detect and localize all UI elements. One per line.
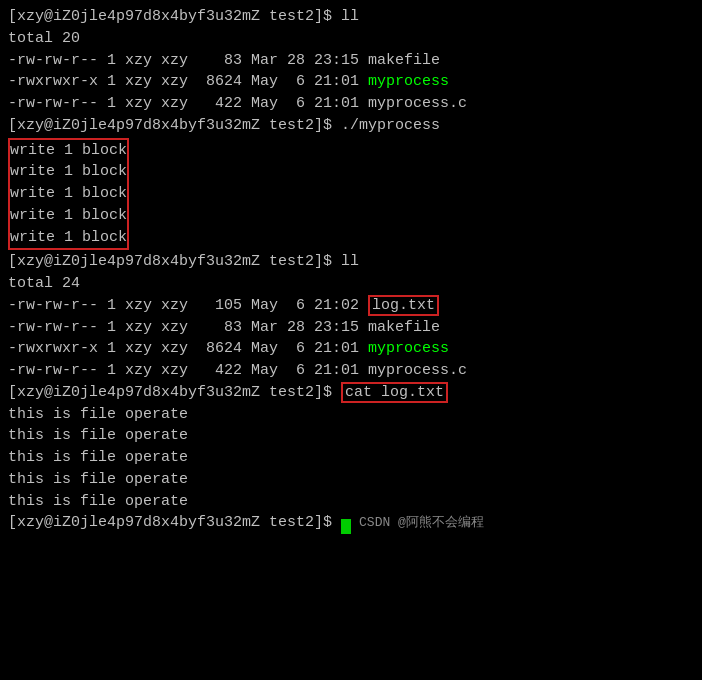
cat-line-5: this is file operate: [8, 491, 694, 513]
write-line-1: write 1 block: [10, 140, 127, 162]
line-file2: -rwxrwxr-x 1 xzy xzy 8624 May 6 21:01 my…: [8, 71, 694, 93]
cat-line-1: this is file operate: [8, 404, 694, 426]
line-cmd3: [xzy@iZ0jle4p97d8x4byf3u32mZ test2]$ ll: [8, 251, 694, 273]
cat-line-2: this is file operate: [8, 425, 694, 447]
line-file3: -rw-rw-r-- 1 xzy xzy 422 May 6 21:01 myp…: [8, 93, 694, 115]
line-file6: -rwxrwxr-x 1 xzy xzy 8624 May 6 21:01 my…: [8, 338, 694, 360]
write-line-2: write 1 block: [10, 161, 127, 183]
cat-line-4: this is file operate: [8, 469, 694, 491]
write-line-3: write 1 block: [10, 183, 127, 205]
line-cmd5: [xzy@iZ0jle4p97d8x4byf3u32mZ test2]$ CSD…: [8, 512, 694, 534]
cat-logtxt-cmd: cat log.txt: [341, 382, 448, 403]
write-line-4: write 1 block: [10, 205, 127, 227]
line-cmd4: [xzy@iZ0jle4p97d8x4byf3u32mZ test2]$ cat…: [8, 382, 694, 404]
myprocess-label-1: myprocess: [368, 73, 449, 90]
myprocess-label-2: myprocess: [368, 340, 449, 357]
terminal: [xzy@iZ0jle4p97d8x4byf3u32mZ test2]$ ll …: [8, 6, 694, 674]
line-cmd2: [xzy@iZ0jle4p97d8x4byf3u32mZ test2]$ ./m…: [8, 115, 694, 137]
log-txt-label: log.txt: [368, 295, 439, 316]
cursor: [341, 519, 351, 534]
line-file5: -rw-rw-r-- 1 xzy xzy 83 Mar 28 23:15 mak…: [8, 317, 694, 339]
watermark: CSDN @阿熊不会编程: [359, 515, 484, 530]
line-file7: -rw-rw-r-- 1 xzy xzy 422 May 6 21:01 myp…: [8, 360, 694, 382]
line-file1: -rw-rw-r-- 1 xzy xzy 83 Mar 28 23:15 mak…: [8, 50, 694, 72]
write-block-box: write 1 block write 1 block write 1 bloc…: [8, 138, 129, 251]
line-total1: total 20: [8, 28, 694, 50]
line-cmd1: [xzy@iZ0jle4p97d8x4byf3u32mZ test2]$ ll: [8, 6, 694, 28]
line-file4: -rw-rw-r-- 1 xzy xzy 105 May 6 21:02 log…: [8, 295, 694, 317]
write-line-5: write 1 block: [10, 227, 127, 249]
line-total2: total 24: [8, 273, 694, 295]
cat-line-3: this is file operate: [8, 447, 694, 469]
